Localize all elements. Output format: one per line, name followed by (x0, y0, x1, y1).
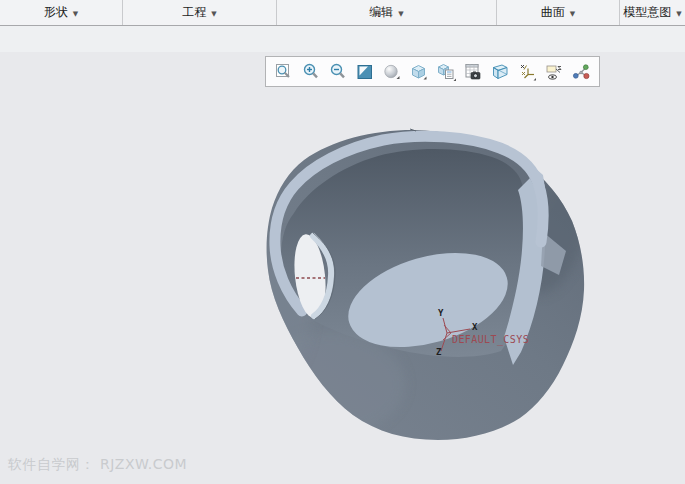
repaint-icon (355, 62, 375, 82)
annotation-display-icon (544, 62, 564, 82)
csys-axis-y: Y (438, 308, 444, 318)
chevron-down-icon: ▼ (398, 10, 403, 18)
chevron-down-icon: ▼ (73, 10, 78, 18)
graphics-canvas[interactable]: Y X Z DEFAULT_CSYS (0, 52, 685, 483)
model-viewport[interactable]: Y X Z DEFAULT_CSYS (0, 52, 685, 483)
perspective-button[interactable] (489, 61, 511, 83)
menu-item-shape[interactable]: 形状 ▼ (0, 0, 123, 25)
menu-label: 编辑 (369, 4, 393, 21)
named-views-icon (463, 62, 483, 82)
annotation-display-button[interactable] (543, 61, 565, 83)
repaint-button[interactable] (354, 61, 376, 83)
datum-display-filters-icon (517, 62, 537, 82)
view-manager-button[interactable] (435, 61, 457, 83)
zoom-refit-button[interactable] (273, 61, 295, 83)
csys-label: DEFAULT_CSYS (452, 334, 529, 346)
view-manager-icon (436, 62, 456, 82)
ribbon-strip (0, 26, 685, 52)
chevron-down-icon: ▼ (676, 10, 681, 18)
datum-display-filters-button[interactable] (516, 61, 538, 83)
display-style-button[interactable] (408, 61, 430, 83)
view-toolbar (265, 56, 600, 87)
csys-axis-z: Z (436, 347, 442, 357)
menu-label: 工程 (182, 4, 206, 21)
csys-axis-x: X (472, 322, 478, 332)
zoom-out-icon (328, 62, 348, 82)
chevron-down-icon: ▼ (211, 10, 216, 18)
shading-style-button[interactable] (381, 61, 403, 83)
spin-center-icon (571, 62, 591, 82)
menu-bar: 形状 ▼ 工程 ▼ 编辑 ▼ 曲面 ▼ 模型意图 ▼ (0, 0, 685, 26)
zoom-in-icon (301, 62, 321, 82)
shading-style-icon (382, 62, 402, 82)
perspective-icon (490, 62, 510, 82)
menu-item-surface[interactable]: 曲面 ▼ (497, 0, 620, 25)
zoom-refit-icon (274, 62, 294, 82)
menu-item-edit[interactable]: 编辑 ▼ (277, 0, 497, 25)
zoom-out-button[interactable] (327, 61, 349, 83)
menu-item-model-intent[interactable]: 模型意图 ▼ (620, 0, 685, 25)
menu-label: 模型意图 (623, 4, 671, 21)
menu-label: 曲面 (541, 4, 565, 21)
menu-label: 形状 (44, 4, 68, 21)
watermark: 软件自学网： RJZXW.COM (8, 456, 187, 474)
spin-center-button[interactable] (570, 61, 592, 83)
menu-item-engineering[interactable]: 工程 ▼ (123, 0, 277, 25)
chevron-down-icon: ▼ (570, 10, 575, 18)
named-views-button[interactable] (462, 61, 484, 83)
display-style-icon (409, 62, 429, 82)
zoom-in-button[interactable] (300, 61, 322, 83)
